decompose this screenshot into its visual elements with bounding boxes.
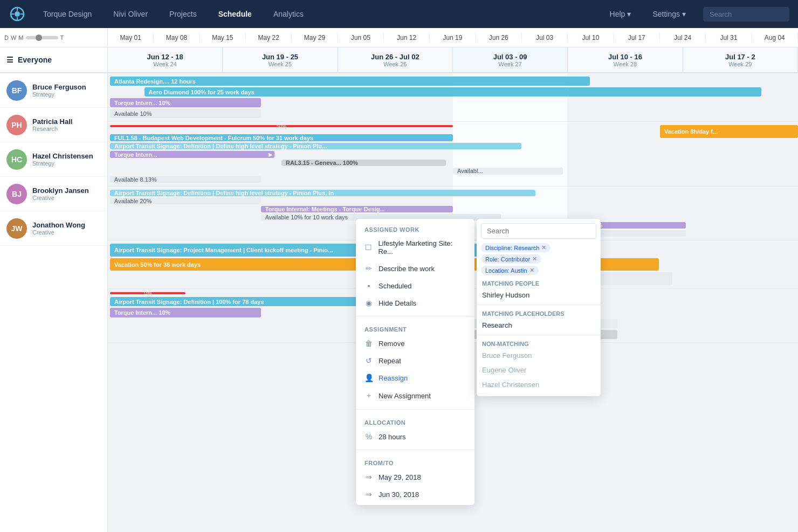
filter-role[interactable]: Role: Contributor ✕: [481, 254, 541, 264]
filter-location[interactable]: Location: Austin ✕: [481, 266, 539, 275]
context-item-hours[interactable]: % 28 hours: [356, 428, 474, 445]
bar-airport-patricia[interactable]: Airport Transit Signage: Definition | De…: [110, 143, 521, 149]
person-name-bruce: Bruce Ferguson: [32, 83, 101, 91]
repeat-icon: ↺: [364, 356, 373, 365]
nav-link-user[interactable]: Nivi Oliver: [109, 8, 152, 20]
context-item-scheduled[interactable]: ▪ Scheduled: [356, 277, 474, 294]
context-item-reassign[interactable]: 👤 Reassign: [356, 369, 474, 386]
pencil-icon: ✏: [364, 264, 373, 273]
filter-location-remove[interactable]: ✕: [529, 267, 534, 274]
arrow-from-icon: ⇒: [364, 473, 373, 481]
context-item-remove[interactable]: 🗑 Remove: [356, 335, 474, 352]
bar-atlanta[interactable]: Atlanta Redesign.... 12 hours: [110, 77, 590, 86]
bar-torque-jonathon[interactable]: Torque Intern... 10%: [110, 308, 261, 317]
arrow-to-icon: ⇒: [364, 490, 373, 499]
person-row-patricia[interactable]: PH Patricia Hall Research: [0, 108, 107, 142]
context-item-new-assignment[interactable]: ＋ New Assignment: [356, 386, 474, 405]
nav-logo: [9, 5, 26, 23]
reassign-shirley[interactable]: Shirley Hudson: [477, 288, 601, 302]
nav-help-button[interactable]: Help ▾: [606, 8, 636, 20]
nav-settings-button[interactable]: Settings ▾: [648, 8, 690, 20]
person-role-patricia: Research: [32, 126, 101, 132]
person-row-hazel[interactable]: HC Hazel Christensen Strategy: [0, 142, 107, 177]
svg-point-1: [15, 11, 20, 17]
reassign-search-input[interactable]: [481, 223, 596, 239]
context-item-checkbox[interactable]: ☐ Lifestyle Marketing Site: Re...: [356, 235, 474, 260]
context-item-describe[interactable]: ✏ Describe the work: [356, 260, 474, 277]
week-columns: Jun 12 - 18 Week 24 Jun 19 - 25 Week 25 …: [108, 47, 798, 72]
bar-airport-jonathon[interactable]: Airport Transit Signage: Definition | 10…: [110, 297, 384, 306]
calendar-icon: ▪: [364, 281, 373, 290]
plus-icon: ＋: [364, 391, 373, 400]
checkbox-icon: ☐: [364, 243, 373, 252]
schedule-row-bruce: Atlanta Redesign.... 12 hours Aero Diamo…: [108, 73, 798, 122]
reassign-nonmatching-title: Non-Matching: [477, 337, 601, 348]
person-role-hazel: Strategy: [32, 160, 101, 167]
context-item-repeat[interactable]: ↺ Repeat: [356, 352, 474, 369]
sidebar-everyone-label: Everyone: [18, 56, 52, 64]
filter-role-remove[interactable]: ✕: [532, 255, 537, 262]
context-to-label: Jun 30, 2018: [379, 490, 419, 499]
eye-off-icon: ◉: [364, 299, 373, 307]
context-item-hidedetails[interactable]: ◉ Hide Details: [356, 294, 474, 312]
filter-location-label: Location: Austin: [485, 267, 527, 274]
bar-vacation-patricia[interactable]: Vacation 8h/day f...: [660, 125, 798, 138]
week-col-5: Jul 17 - 2 Week 29: [683, 47, 798, 72]
bar-ral[interactable]: RAL3.15 - Geneva... 100%: [281, 160, 446, 166]
nav-search-input[interactable]: [703, 7, 789, 22]
bar-airport-hazel[interactable]: Airport Transit Signage: Definition | De…: [110, 190, 535, 196]
avatar-brooklyn: BJ: [6, 184, 27, 204]
ruler-dates: May 01 May 08 May 15 May 22 May 29 Jun 0…: [108, 33, 798, 43]
reassign-bruce[interactable]: Bruce Ferguson: [477, 348, 601, 363]
sidebar-everyone-header[interactable]: ☰ Everyone: [0, 47, 108, 72]
person-row-jonathon[interactable]: JW Jonathon Wong Creative: [0, 211, 107, 246]
context-item-from[interactable]: ⇒ May 29, 2018: [356, 468, 474, 486]
zoom-controls[interactable]: D W M T: [4, 34, 64, 41]
context-reassign-label: Reassign: [379, 374, 408, 382]
ruler-sidebar: D W M T: [0, 28, 108, 47]
week-col-3: Jul 03 - 09 Week 27: [453, 47, 568, 72]
schedule-grid: Atlanta Redesign.... 12 hours Aero Diamo…: [108, 73, 798, 532]
bar-available-hazel: Available 20%: [110, 198, 261, 204]
reassign-panel: Discipline: Research ✕ Role: Contributor…: [477, 219, 601, 396]
filter-discipline-remove[interactable]: ✕: [541, 244, 546, 251]
week-col-1: Jun 19 - 25 Week 25: [223, 47, 338, 72]
schedule-row-patricia: 50% FUL1.58 - Budapest Web Development -…: [108, 122, 798, 186]
bar-torque-patricia[interactable]: Torque Intern... ▶: [110, 151, 274, 157]
context-hours-label: 28 hours: [379, 433, 406, 441]
bar-torque-bruce[interactable]: Torque Intern... 10%: [110, 98, 261, 107]
context-title-assignment: Assignment: [356, 321, 474, 335]
context-title-assigned: Assigned Work: [356, 221, 474, 235]
week-col-0: Jun 12 - 18 Week 24: [108, 47, 223, 72]
bar-available-patricia2: Availabl...: [453, 168, 563, 174]
context-item-to[interactable]: ⇒ Jun 30, 2018: [356, 486, 474, 503]
bar-torque-hazel[interactable]: Torque Internal: Meetings - Torque Desig…: [261, 206, 453, 212]
context-menu-work: Assigned Work ☐ Lifestyle Marketing Site…: [356, 219, 474, 505]
bar-ful[interactable]: FUL1.58 - Budapest Web Development - Ful…: [110, 134, 453, 141]
nav-link-projects[interactable]: Projects: [165, 8, 201, 20]
nav-link-analytics[interactable]: Analytics: [269, 8, 308, 20]
top-nav: Torque Design Nivi Oliver Projects Sched…: [0, 0, 798, 28]
reassign-placeholder-research[interactable]: Research: [477, 318, 601, 333]
filter-discipline[interactable]: Discipline: Research ✕: [481, 243, 551, 252]
bar-available-patricia3: Available 8.13%: [110, 176, 261, 183]
week-header: ☰ Everyone Jun 12 - 18 Week 24 Jun 19 - …: [0, 47, 798, 73]
person-row-brooklyn[interactable]: BJ Brooklyn Jansen Creative: [0, 177, 107, 211]
person-row-bruce[interactable]: BF Bruce Ferguson Strategy: [0, 73, 107, 108]
week-col-2: Jun 26 - Jul 02 Week 26: [338, 47, 453, 72]
context-checkbox-label: Lifestyle Marketing Site: Re...: [378, 239, 466, 255]
nav-link-company[interactable]: Torque Design: [39, 8, 96, 20]
context-describe-label: Describe the work: [379, 265, 435, 273]
person-name-brooklyn: Brooklyn Jansen: [32, 186, 101, 195]
hamburger-icon[interactable]: ☰: [6, 56, 13, 64]
reassign-eugene[interactable]: Eugene Oliver: [477, 363, 601, 377]
bar-aero[interactable]: Aero Diamond 100% for 25 work days: [145, 87, 762, 96]
person-role-bruce: Strategy: [32, 91, 101, 98]
context-new-assignment-label: New Assignment: [379, 392, 431, 400]
avatar-hazel: HC: [6, 149, 27, 170]
trash-icon: 🗑: [364, 339, 373, 348]
main-area: BF Bruce Ferguson Strategy PH Patricia H…: [0, 73, 798, 532]
reassign-hazel[interactable]: Hazel Christensen: [477, 377, 601, 392]
nav-link-schedule[interactable]: Schedule: [214, 8, 256, 20]
user-icon: 👤: [364, 374, 373, 382]
